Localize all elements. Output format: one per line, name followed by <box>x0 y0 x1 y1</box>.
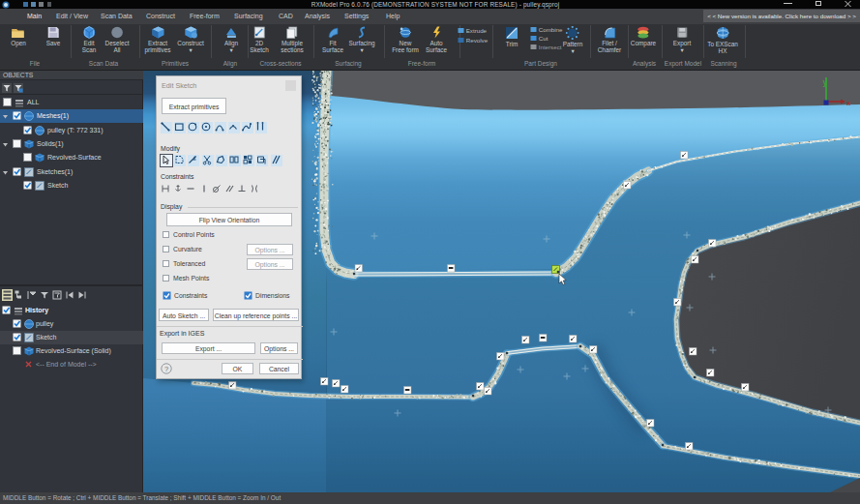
svg-text:?: ? <box>164 365 168 373</box>
svg-text:y: y <box>823 77 828 87</box>
